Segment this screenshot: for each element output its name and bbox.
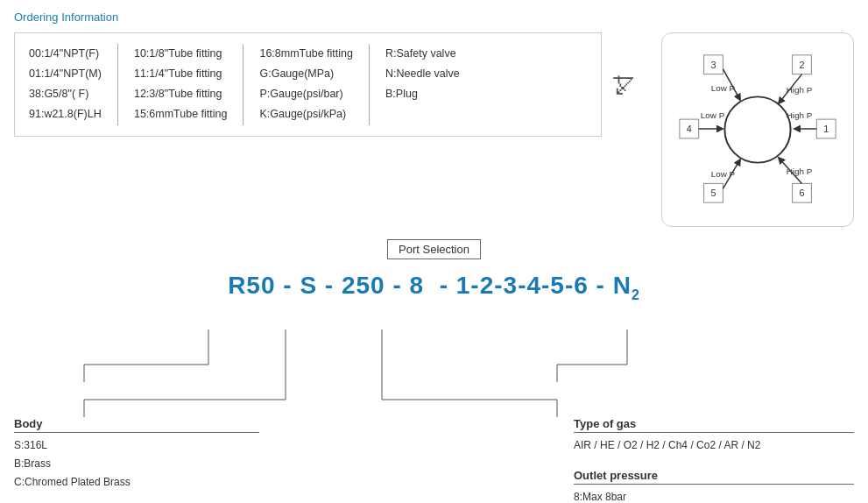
outlet-label: Outlet pressure — [574, 469, 854, 485]
gas-label: Type of gas — [574, 417, 854, 433]
ordering-col-1: 00:1/4"NPT(F) 01:1/4"NPT(M) 38:G5/8"( F)… — [29, 44, 118, 125]
ordering-col-4: R:Safety valve N:Needle valve B:Plug — [385, 44, 460, 125]
ordering-box: 00:1/4"NPT(F) 01:1/4"NPT(M) 38:G5/8"( F)… — [14, 32, 602, 137]
svg-text:1: 1 — [823, 124, 829, 134]
svg-text:Low P: Low P — [711, 169, 736, 179]
svg-text:3: 3 — [710, 60, 716, 70]
port-diagram: 1 High P 2 High P 3 Low P 4 Low P 5 — [661, 32, 854, 227]
body-label: Body — [14, 417, 259, 433]
body-items: S:316L B:Brass C:Chromed Plated Brass — [14, 436, 259, 492]
arrow-symbol: ⦫ — [602, 70, 644, 99]
svg-point-0 — [724, 96, 790, 162]
outlet-items: 8:Max 8bar 6:Max 6bar 4:Max 4bar 2:Max 2… — [574, 488, 854, 503]
svg-text:High P: High P — [787, 110, 813, 120]
annotations: Body S:316L B:Brass C:Chromed Plated Bra… — [14, 329, 854, 503]
svg-text:High P: High P — [787, 166, 813, 176]
svg-text:5: 5 — [710, 188, 716, 198]
svg-text:Low P: Low P — [711, 83, 736, 93]
svg-text:4: 4 — [687, 124, 692, 134]
svg-text:2: 2 — [799, 60, 804, 70]
port-selection-label: Port Selection — [387, 239, 481, 259]
svg-text:High P: High P — [787, 85, 813, 95]
gas-items: AIR / HE / O2 / H2 / Ch4 / Co2 / AR / N2 — [574, 436, 854, 455]
page-title: Ordering Information — [14, 11, 854, 24]
ordering-col-3: 16:8mmTube fitting G:Gauge(MPa) P:Gauge(… — [259, 44, 370, 125]
model-section: Port Selection R50 - S - 250 - 8 - 1-2-3… — [14, 239, 854, 303]
model-string: R50 - S - 250 - 8 - 1-2-3-4-5-6 - N2 — [14, 272, 854, 303]
port-diagram-svg: 1 High P 2 High P 3 Low P 4 Low P 5 — [671, 42, 844, 217]
ordering-col-2: 10:1/8"Tube fitting 11:1/4"Tube fitting … — [134, 44, 244, 125]
svg-text:6: 6 — [799, 188, 804, 198]
svg-text:Low P: Low P — [701, 110, 725, 120]
